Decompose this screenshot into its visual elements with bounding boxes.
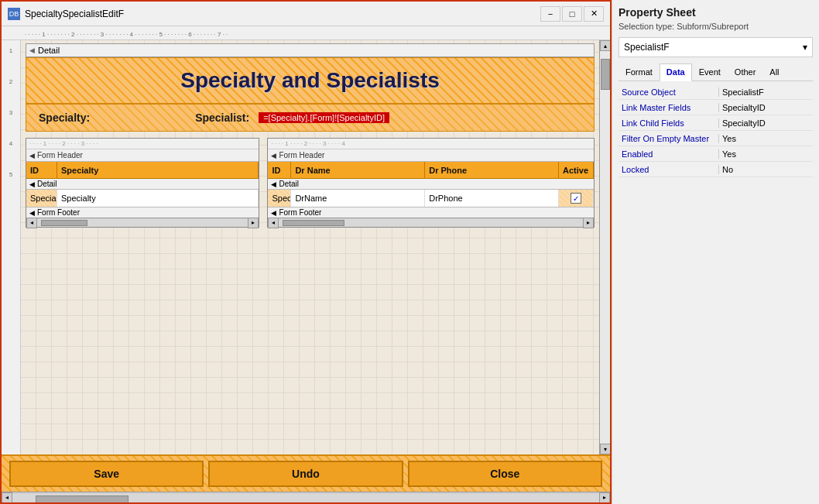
window-title: SpecialtySpecialistEditF: [25, 9, 124, 19]
canvas-inner: ◀ Detail Specialty and Specialists Speci…: [21, 40, 599, 231]
right-hscroll[interactable]: ◂ ▸: [268, 218, 594, 227]
right-detail-text: Detail: [279, 180, 299, 188]
left-subform: · · · · 1 · · · · 2 · · · · 3 · · · · ◀ …: [26, 138, 259, 228]
bottom-hscroll-left-arrow[interactable]: ◂: [2, 492, 12, 503]
property-row-5: Locked No: [619, 162, 813, 177]
prop-name-0: Source Object: [619, 87, 719, 97]
ruler-num-7: 4: [9, 136, 12, 152]
bottom-hscroll-right-arrow[interactable]: ▸: [599, 492, 610, 503]
prop-value-0[interactable]: SpecialistF: [719, 87, 813, 97]
left-ruler: 1 2 3 4 5: [2, 40, 21, 454]
prop-value-4[interactable]: Yes: [719, 149, 813, 159]
bottom-hscroll-track: [12, 494, 599, 502]
property-row-3: Filter On Empty Master Yes: [619, 131, 813, 146]
left-col-headers: ID Specialty: [26, 162, 259, 179]
left-form-header-arrow: ◀: [29, 152, 35, 159]
vscroll-up-arrow[interactable]: ▴: [600, 40, 610, 51]
detail-label: Detail: [38, 46, 60, 55]
vscroll-track: [600, 51, 610, 444]
bottom-hscroll[interactable]: ◂ ▸: [2, 492, 610, 502]
app-icon: DB: [8, 8, 20, 20]
subforms-container: · · · · 1 · · · · 2 · · · · 3 · · · · ◀ …: [26, 135, 595, 228]
left-data-id: Speciali: [26, 190, 57, 207]
right-data-row: Speciali DrName DrPhone ✓: [268, 190, 594, 207]
title-bar: DB SpecialtySpecialistEditF − □ ✕: [2, 2, 610, 26]
property-grid: Source Object SpecialistF Link Master Fi…: [619, 84, 813, 498]
tab-data[interactable]: Data: [660, 63, 692, 81]
specialty-label: Specialty:: [33, 111, 96, 124]
left-form-footer: ◀ Form Footer: [26, 207, 259, 218]
property-tabs: Format Data Event Other All: [619, 63, 813, 81]
form-title-area[interactable]: Specialty and Specialists: [26, 57, 595, 104]
left-data-row: Speciali Specialty: [26, 190, 259, 207]
property-sheet-title: Property Sheet: [619, 6, 813, 19]
right-col-active: Active: [559, 162, 594, 178]
right-hscroll-track: [279, 219, 583, 227]
right-col-drname: Dr Name: [291, 162, 425, 178]
right-subform-ruler: · · · · 1 · · · · 2 · · · · 3 · · · · 4: [268, 139, 594, 149]
left-form-header: ◀ Form Header: [26, 149, 259, 162]
undo-button[interactable]: Undo: [208, 461, 403, 487]
right-hscroll-thumb: [283, 220, 344, 226]
right-col-headers: ID Dr Name Dr Phone Active: [268, 162, 594, 179]
right-form-header-arrow: ◀: [271, 152, 276, 159]
left-footer-arrow: ◀: [29, 209, 35, 217]
right-hscroll-left-arrow[interactable]: ◂: [268, 218, 279, 228]
tab-all[interactable]: All: [762, 63, 786, 81]
close-window-button[interactable]: ✕: [584, 6, 604, 22]
right-data-drname: DrName: [291, 190, 425, 207]
maximize-button[interactable]: □: [562, 6, 582, 22]
prop-name-5: Locked: [619, 165, 719, 174]
active-checkbox: ✓: [571, 193, 581, 204]
right-footer-arrow: ◀: [271, 209, 276, 217]
property-sheet: Property Sheet Selection type: Subform/S…: [612, 0, 819, 504]
title-bar-left: DB SpecialtySpecialistEditF: [8, 8, 124, 20]
property-selection-type: Selection type: Subform/Subreport: [619, 22, 813, 31]
close-button[interactable]: Close: [408, 461, 602, 487]
fields-row: Specialty: Specialist: =[Specialty].[For…: [26, 104, 595, 132]
left-data-specialty: Specialty: [57, 190, 259, 207]
right-hscroll-right-arrow[interactable]: ▸: [583, 218, 594, 228]
right-data-id: Speciali: [268, 190, 291, 207]
left-col-specialty: Specialty: [57, 162, 259, 178]
left-hscroll-track: [37, 219, 248, 227]
prop-value-5[interactable]: No: [719, 165, 813, 174]
specialist-value: =[Specialty].[Form]![SpecialtyID]: [259, 112, 389, 123]
prop-value-3[interactable]: Yes: [719, 134, 813, 143]
left-detail-arrow: ◀: [29, 180, 35, 188]
property-row-4: Enabled Yes: [619, 146, 813, 162]
bottom-hscroll-thumb: [36, 495, 129, 503]
right-detail-label: ◀ Detail: [268, 179, 594, 190]
vscroll-down-arrow[interactable]: ▾: [600, 444, 610, 454]
tab-other[interactable]: Other: [728, 63, 763, 81]
left-hscroll-thumb: [41, 220, 87, 226]
right-data-active: ✓: [559, 190, 594, 207]
right-subform: · · · · 1 · · · · 2 · · · · 3 · · · · 4 …: [267, 138, 595, 228]
tab-event[interactable]: Event: [692, 63, 728, 81]
title-bar-controls: − □ ✕: [540, 6, 604, 22]
save-button[interactable]: Save: [9, 461, 204, 487]
left-hscroll[interactable]: ◂ ▸: [26, 218, 259, 227]
specialist-label: Specialist:: [189, 111, 255, 124]
right-form-header: ◀ Form Header: [268, 149, 594, 162]
left-hscroll-left-arrow[interactable]: ◂: [26, 218, 37, 228]
ruler-num-3: 2: [9, 74, 12, 90]
prop-value-1[interactable]: SpecialtyID: [719, 103, 813, 112]
minimize-button[interactable]: −: [540, 6, 560, 22]
ruler-num-9: 5: [9, 167, 12, 183]
left-subform-ruler: · · · · 1 · · · · 2 · · · · 3 · · · ·: [26, 139, 259, 149]
right-col-id: ID: [268, 162, 291, 178]
prop-value-2[interactable]: SpecialtyID: [719, 118, 813, 128]
property-dropdown-value: SpecialistF: [624, 42, 670, 53]
detail-arrow-icon: ◀: [29, 46, 35, 54]
prop-name-4: Enabled: [619, 149, 719, 159]
left-hscroll-right-arrow[interactable]: ▸: [248, 218, 259, 228]
right-detail-arrow: ◀: [271, 180, 276, 188]
property-dropdown[interactable]: SpecialistF ▾: [619, 37, 813, 57]
form-title: Specialty and Specialists: [180, 68, 440, 93]
tab-format[interactable]: Format: [619, 63, 660, 81]
right-vscrollbar[interactable]: ▴ ▾: [599, 40, 610, 454]
main-window: DB SpecialtySpecialistEditF − □ ✕ · · · …: [0, 0, 612, 504]
top-ruler: · · · · · 1 · · · · · · · 2 · · · · · · …: [2, 26, 610, 40]
ruler-num-1: 1: [9, 43, 12, 59]
